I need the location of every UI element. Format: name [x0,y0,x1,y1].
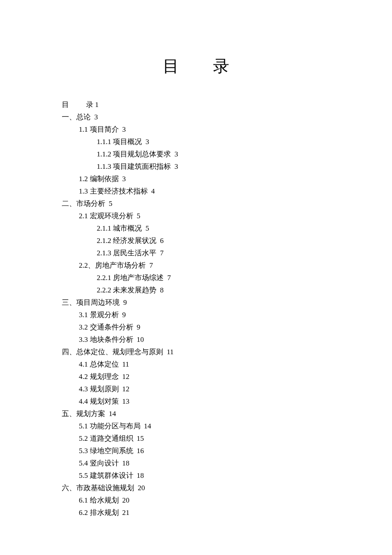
toc-entry-label: 6.1 给水规划 [79,496,119,504]
toc-page-number: 11 [167,348,173,356]
toc-entry: 3.2 交通条件分析 9 [62,321,330,333]
toc-entry-label: 四、总体定位、规划理念与原则 [62,348,163,356]
toc-entry-label: 6.2 排水规划 [79,509,119,517]
toc-entry: 5.3 绿地空间系统 16 [62,445,330,457]
toc-entry: 1.1.1 项目概况 3 [62,136,330,148]
toc-entry: 1.3 主要经济技术指标 4 [62,185,330,197]
toc-entry: 6.2 排水规划 21 [62,506,330,519]
toc-entry-label: 5.3 绿地空间系统 [79,447,133,455]
toc-page-number: 6 [160,237,164,245]
toc-entry: 2.1.2 经济发展状况 6 [62,234,330,247]
toc-entry: 1.2 编制依据 3 [62,173,330,185]
toc-entry-label: 五、规划方案 [62,410,105,418]
toc-page-number: 3 [175,162,179,171]
toc-entry: 二、市场分析 5 [62,197,330,210]
toc-entry-label: 5.4 竖向设计 [79,459,119,467]
toc-entry: 五、规划方案 14 [62,408,330,420]
toc-page-number: 4 [151,187,155,195]
toc-entry: 六、市政基础设施规划 20 [62,482,330,494]
toc-entry-label: 2.1.3 居民生活水平 [97,249,156,257]
toc-page-number: 12 [122,385,130,393]
toc-entry-label: 三、项目周边环境 [62,298,120,306]
toc-page-number: 11 [122,360,129,368]
toc-page-number: 15 [137,434,144,442]
toc-entry-label: 3.3 地块条件分析 [79,335,133,344]
toc-entry-label: 2.2.1 房地产市场综述 [97,274,164,282]
toc-page-number: 3 [94,113,98,121]
toc-entry: 4.3 规划原则 12 [62,383,330,395]
toc-page-number: 3 [122,175,126,183]
toc-page-number: 16 [137,447,144,455]
toc-page-number: 9 [137,323,141,331]
toc-entry-label: 1.1.2 项目规划总体要求 [97,150,171,158]
toc-entry: 5.4 竖向设计 18 [62,457,330,469]
toc-entry: 1.1.3 项目建筑面积指标 3 [62,160,330,173]
toc-page-number: 9 [123,298,127,306]
toc-entry-label: 1.3 主要经济技术指标 [79,187,148,195]
toc-entry-label: 2.1.2 经济发展状况 [97,237,156,245]
toc-entry-label: 二、市场分析 [62,199,105,208]
toc-page-number: 20 [122,496,130,504]
toc-entry-label: 4.2 规划理念 [79,373,119,381]
toc-entry-label: 3.2 交通条件分析 [79,323,133,331]
toc-page-number: 1 [95,101,99,109]
toc-entry: 1.1.2 项目规划总体要求 3 [62,148,330,160]
toc-entry: 2.1.1 城市概况 5 [62,222,330,234]
toc-entry: 一、总论 3 [62,111,330,123]
document-page: 目录 目录1 一、总论 31.1 项目简介 31.1.1 项目概况 31.1.2… [0,0,392,519]
toc-entry: 3.3 地块条件分析 10 [62,333,330,346]
toc-page-number: 3 [175,150,179,158]
toc-page-number: 20 [138,484,145,492]
toc-entry-label: 5.5 建筑群体设计 [79,471,133,480]
toc-entry-label: 1.1.3 项目建筑面积指标 [97,162,171,171]
toc-entry-label: 目 [62,101,69,109]
toc-entry-label: 2.2.2 未来发展趋势 [97,286,156,294]
toc-page-number: 3 [122,125,126,133]
toc-entry: 2.1.3 居民生活水平 7 [62,247,330,259]
toc-page-number: 10 [137,335,144,344]
toc-entry: 2.1 宏观环境分析 5 [62,210,330,222]
toc-entry-label: 4.1 总体定位 [79,360,119,368]
toc-page-number: 18 [122,459,130,467]
toc-page-number: 18 [137,471,144,480]
toc-page-number: 3 [146,138,150,146]
toc-entry: 4.2 规划理念 12 [62,370,330,383]
toc-page-number: 21 [122,509,130,517]
toc-entry-label: 4.3 规划原则 [79,385,119,393]
toc-page-number: 7 [167,274,171,282]
toc-entry-label: 2.1.1 城市概况 [97,224,142,232]
toc-entry-label: 5.2 道路交通组织 [79,434,133,442]
toc-entry: 四、总体定位、规划理念与原则 11 [62,346,330,358]
toc-page-number: 5 [146,224,150,232]
toc-page-number: 13 [122,397,130,405]
title-char-1: 目 [163,57,179,75]
toc-entry-label: 5.1 功能分区与布局 [79,422,141,430]
title-char-2: 录 [213,57,229,75]
toc-entry-label: 2.2、房地产市场分析 [79,261,146,269]
toc-page-number: 7 [150,261,153,269]
toc-page-number: 9 [122,311,126,319]
toc-page-number: 7 [160,249,164,257]
toc-entry-label2: 录 [86,101,93,109]
toc-entry-label: 六、市政基础设施规划 [62,484,134,492]
toc-page-number: 5 [109,199,112,208]
toc-page-number: 5 [137,212,141,220]
toc-entry-label: 4.4 规划对策 [79,397,119,405]
toc-entry: 2.2.1 房地产市场综述 7 [62,272,330,284]
page-title: 目录 [62,55,330,77]
toc-entry: 4.1 总体定位 11 [62,358,330,370]
toc-entry: 1.1 项目简介 3 [62,123,330,136]
toc-entry: 5.5 建筑群体设计 18 [62,469,330,482]
toc-entry: 4.4 规划对策 13 [62,395,330,408]
toc-entry-label: 一、总论 [62,113,91,121]
toc-entry: 6.1 给水规划 20 [62,494,330,506]
toc-page-number: 8 [160,286,164,294]
toc-entry-label: 1.2 编制依据 [79,175,119,183]
toc-entries: 一、总论 31.1 项目简介 31.1.1 项目概况 31.1.2 项目规划总体… [62,111,330,519]
toc-entry: 2.2.2 未来发展趋势 8 [62,284,330,296]
toc-entry-label: 1.1.1 项目概况 [97,138,142,146]
toc-page-number: 14 [144,422,151,430]
toc-entry: 3.1 景观分析 9 [62,309,330,321]
toc-entry: 三、项目周边环境 9 [62,296,330,309]
table-of-contents: 目录1 一、总论 31.1 项目简介 31.1.1 项目概况 31.1.2 项目… [62,98,330,519]
